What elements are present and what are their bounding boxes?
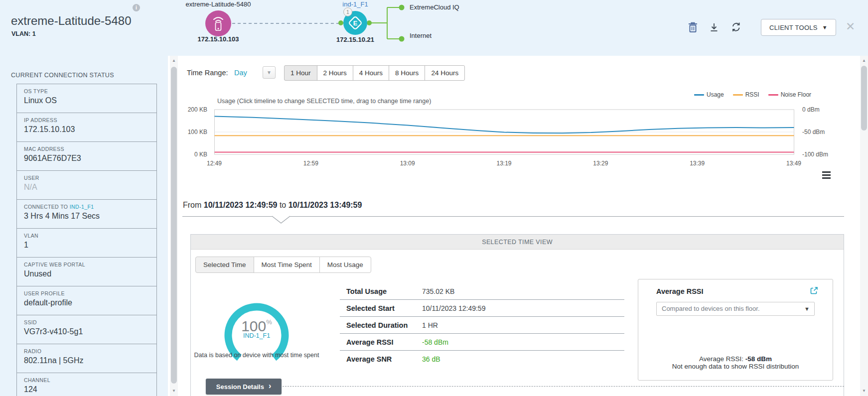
legend-item-usage[interactable]: Usage [694,91,724,98]
range-button-4-hours[interactable]: 4 Hours [353,65,389,81]
status-value: Unused [24,269,156,278]
scroll-up-arrow[interactable]: ▲ [860,57,868,65]
scrollbar-thumb[interactable] [171,67,177,384]
from-label: From [183,201,201,209]
stat-label: Selected Duration [340,321,422,329]
status-row-user-profile: USER PROFILEdefault-profile [17,286,156,315]
connected-to-ap-link[interactable]: IND-1_F1 [70,204,94,210]
chevron-down-icon: ▼ [804,302,810,315]
stat-label: Total Usage [340,287,422,295]
cloud-node-label: ExtremeCloud IQ [410,3,459,11]
connection-status-heading: CURRENT CONNECTION STATUS [11,72,114,79]
status-label: IP ADDRESS [24,117,156,123]
view-tabs: Selected TimeMost Time SpentMost Usage [195,257,371,273]
range-button-2-hours[interactable]: 2 Hours [317,65,353,81]
average-rssi-value: -58 dBm [745,355,772,363]
client-node-ip: 172.15.10.103 [173,35,263,43]
selected-range-text: From 10/11/2023 12:49:59 to 10/11/2023 1… [183,201,362,210]
delete-client-icon[interactable] [688,21,698,33]
stat-value: -58 dBm [422,338,448,346]
gauge-ap-label: IND-1_F1 [219,332,294,339]
session-details-button[interactable]: Session Details › [206,379,282,395]
tab-most-time-spent[interactable]: Most Time Spent [254,257,320,273]
status-label: VLAN [24,233,156,239]
gauge-unit: % [266,318,272,326]
status-row-ssid: SSIDVG7r3-v410-5g1 [17,315,156,344]
tab-most-usage[interactable]: Most Usage [319,257,371,273]
timeline-pointer-notch [272,216,290,225]
scrollbar-thumb[interactable] [861,66,867,131]
status-value: 9061AE76D7E3 [24,154,156,163]
chart-legend: UsageRSSINoise Floor [694,91,811,98]
internet-node-dot [399,36,405,42]
selected-time-stats-table: Total Usage735.02 KBSelected Start10/11/… [340,283,624,368]
stat-label: Selected Start [340,304,422,312]
refresh-icon[interactable] [730,21,741,32]
stat-row-total-usage: Total Usage735.02 KB [340,283,624,300]
status-value: N/A [24,183,156,192]
legend-swatch-icon [733,94,743,96]
status-label: USER [24,175,156,181]
stat-value: 1 HR [422,321,438,329]
status-value: 3 Hrs 4 Mins 17 Secs [24,212,156,221]
chart-title: Usage (Click timeline to change SELECTED… [217,98,431,105]
status-row-vlan: VLAN1 [17,229,156,258]
scroll-up-arrow[interactable]: ▲ [170,57,178,65]
range-button-8-hours[interactable]: 8 Hours [389,65,425,81]
legend-swatch-icon [694,94,704,96]
rssi-compare-select[interactable]: Compared to devices on this floor. ▼ [656,302,815,316]
status-label: SSID [24,319,156,325]
status-value: 172.15.10.103 [24,125,156,134]
status-row-channel: CHANNEL124 [17,373,156,396]
x-tick: 13:09 [394,160,422,167]
x-tick: 13:19 [490,160,518,167]
export-icon[interactable] [809,286,819,295]
legend-label: Noise Floor [781,91,811,98]
legend-swatch-icon [768,94,778,96]
session-divider [283,386,844,387]
session-details-label: Session Details [216,383,264,391]
stat-label: Average SNR [340,355,422,363]
range-button-24-hours[interactable]: 24 Hours [425,65,465,81]
to-value: 10/11/2023 13:49:59 [289,201,362,209]
close-icon[interactable]: ✕ [846,20,855,33]
status-row-os-type: OS TYPELinux OS [17,84,156,113]
status-label: RADIO [24,348,156,354]
time-range-value-link[interactable]: Day [234,69,247,77]
range-button-1-hour[interactable]: 1 Hour [284,65,317,81]
status-value: Linux OS [24,96,156,105]
x-tick: 13:29 [586,160,614,167]
time-range-dropdown-button[interactable]: ▼ [263,66,276,79]
info-icon[interactable]: i [133,4,140,11]
status-value: VG7r3-v410-5g1 [24,327,156,336]
client-node-icon[interactable] [205,10,231,36]
x-tick: 13:49 [780,160,808,167]
scroll-down-arrow[interactable]: ▼ [860,387,868,395]
rssi-summary: Average RSSI: -58 dBm Not enough data to… [638,355,833,370]
status-row-captive-web-portal: CAPTIVE WEB PORTALUnused [17,258,156,286]
rssi-card-title: Average RSSI [656,287,704,295]
status-value: 1 [24,241,156,250]
chart-menu-icon[interactable] [822,171,831,180]
tab-selected-time[interactable]: Selected Time [195,257,254,273]
scroll-down-arrow[interactable]: ▼ [170,387,178,395]
stat-row-average-rssi: Average RSSI-58 dBm [340,334,624,351]
x-tick: 12:49 [200,160,228,167]
time-range-button-group: 1 Hour2 Hours4 Hours8 Hours24 Hours [284,65,465,81]
legend-label: Usage [707,91,724,98]
client-tools-button[interactable]: CLIENT TOOLS ▼ [761,19,836,36]
ap-badge-count: 1 [343,7,352,16]
stat-value: 10/11/2023 12:49:59 [422,304,485,312]
status-value: 802.11na | 5GHz [24,356,156,365]
status-label: CONNECTED TO IND-1_F1 [24,204,156,210]
rssi-compare-selected-option: Compared to devices on this floor. [662,305,760,312]
legend-item-rssi[interactable]: RSSI [733,91,759,98]
download-icon[interactable] [709,22,719,32]
usage-timeline-chart[interactable] [214,109,794,156]
connection-status-table: OS TYPELinux OSIP ADDRESS172.15.10.103MA… [16,84,157,396]
legend-item-noise-floor[interactable]: Noise Floor [768,91,811,98]
main-scrollbar[interactable]: ▲ ▼ [860,56,868,396]
y-right-tick: 0 dBm [802,106,842,113]
ap-node-name[interactable]: ind-1_F1 [330,0,380,8]
rssi-note: Not enough data to show RSSI distributio… [638,363,833,370]
